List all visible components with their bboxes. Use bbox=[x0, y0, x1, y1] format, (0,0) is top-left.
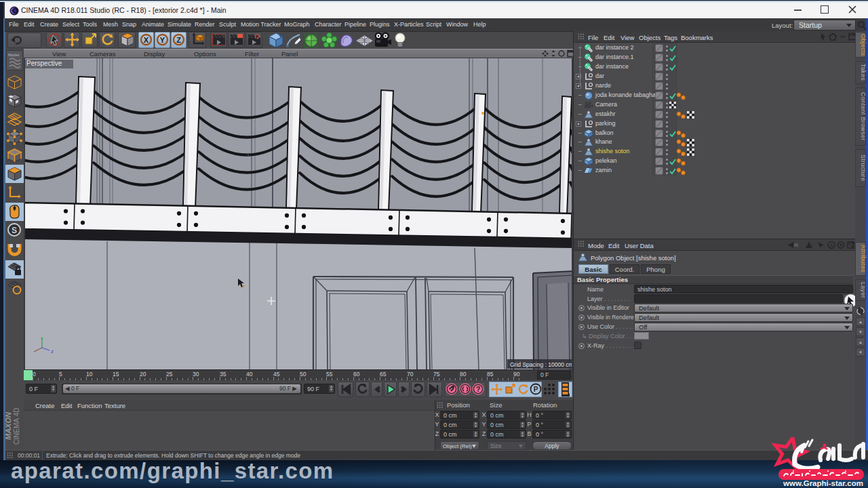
svg-text:Z: Z bbox=[176, 36, 181, 44]
svg-text:A: A bbox=[829, 243, 833, 249]
svg-text:X: X bbox=[144, 36, 149, 44]
svg-text:Y: Y bbox=[160, 36, 165, 44]
svg-text:z: z bbox=[51, 348, 54, 354]
svg-text:Model: Model bbox=[8, 53, 19, 57]
svg-text:?: ? bbox=[476, 385, 481, 393]
svg-text:S: S bbox=[12, 226, 17, 235]
svg-text:P: P bbox=[534, 386, 538, 393]
svg-text:Grid Spacing : 10000 cm: Grid Spacing : 10000 cm bbox=[510, 361, 573, 368]
svg-text:www.Graphi-star.com: www.Graphi-star.com bbox=[783, 479, 863, 487]
